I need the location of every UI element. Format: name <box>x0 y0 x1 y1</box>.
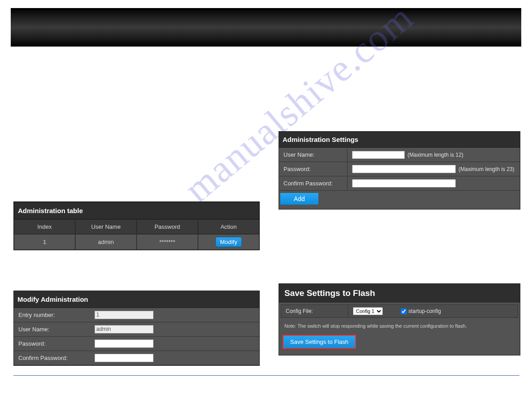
cell-action: Modify <box>198 234 259 250</box>
administration-table: Administration table Index User Name Pas… <box>13 201 260 250</box>
col-password: Password <box>137 219 198 234</box>
save-settings-button[interactable]: Save Settings to Flash <box>283 335 356 349</box>
settings-username-label: User Name: <box>279 148 348 162</box>
username-input[interactable] <box>94 325 154 334</box>
bottom-divider <box>13 375 519 376</box>
cell-password: ******* <box>137 234 198 250</box>
modify-title: Modify Administration <box>14 291 259 308</box>
admin-table-header-row: Index User Name Password Action <box>14 219 259 234</box>
config-file-label: Config File: <box>281 305 348 317</box>
modify-button[interactable]: Modify <box>215 237 241 247</box>
username-label: User Name: <box>14 322 90 336</box>
confirm-password-label: Confirm Password: <box>14 351 90 365</box>
table-row: 1 admin ******* Modify <box>14 234 259 250</box>
entry-number-label: Entry number: <box>14 308 90 322</box>
administration-settings-panel: Administration Settings User Name: (Maxi… <box>279 131 520 210</box>
modify-administration-panel: Modify Administration Entry number: User… <box>13 291 260 366</box>
cell-user: admin <box>75 234 137 250</box>
cell-index: 1 <box>14 234 75 250</box>
admin-table-title: Administration table <box>14 202 259 219</box>
settings-password-label: Password: <box>279 162 348 176</box>
save-note: Note: The switch will stop responding wh… <box>279 320 520 330</box>
confirm-password-input[interactable] <box>94 354 154 362</box>
config-file-select[interactable]: Config 1 <box>353 307 383 315</box>
startup-config-checkbox[interactable] <box>401 308 407 314</box>
startup-config-label: startup-config <box>408 308 441 314</box>
col-action: Action <box>198 219 259 234</box>
settings-confirm-input[interactable] <box>352 179 456 188</box>
save-settings-panel: Save Settings to Flash Config File: Conf… <box>279 283 520 355</box>
entry-number-input[interactable] <box>94 311 154 319</box>
col-username: User Name <box>75 219 137 234</box>
settings-username-input[interactable] <box>352 151 405 159</box>
password-hint: (Maximum length is 23) <box>459 166 515 172</box>
save-title: Save Settings to Flash <box>279 284 520 303</box>
username-hint: (Maximum length is 12) <box>408 152 463 158</box>
password-input[interactable] <box>94 339 154 348</box>
password-label: Password: <box>14 337 90 351</box>
settings-password-input[interactable] <box>352 165 456 173</box>
settings-title: Administration Settings <box>279 132 520 148</box>
add-button[interactable]: Add <box>280 193 318 205</box>
col-index: Index <box>14 219 75 234</box>
settings-confirm-label: Confirm Password: <box>279 176 348 190</box>
